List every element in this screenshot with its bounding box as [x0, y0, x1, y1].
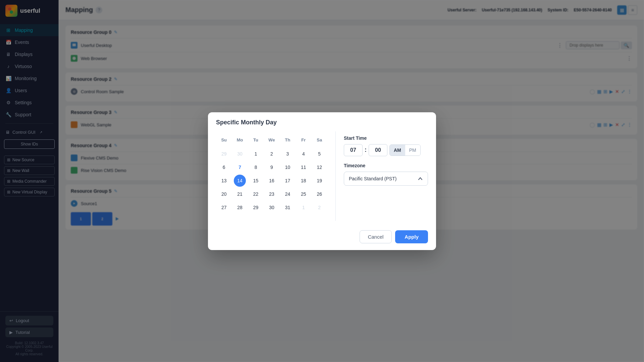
- cal-cell-1-next[interactable]: 1: [298, 201, 310, 214]
- cal-cell-26[interactable]: 26: [313, 188, 325, 200]
- cal-cell-12[interactable]: 12: [313, 161, 325, 173]
- cal-cell-29[interactable]: 29: [250, 201, 262, 214]
- am-button[interactable]: AM: [390, 145, 405, 156]
- cal-cell-18[interactable]: 18: [298, 175, 310, 187]
- modal-footer: Cancel Apply: [208, 226, 436, 250]
- pm-button[interactable]: PM: [405, 145, 420, 156]
- specific-monthly-day-modal: Specific Monthly Day Su Mo Tu We Th Fr S…: [208, 112, 436, 250]
- calendar-week-1: 29 30 1 2 3 4 5: [216, 147, 327, 161]
- cal-header-we: We: [264, 135, 279, 144]
- cal-cell-19[interactable]: 19: [313, 175, 325, 187]
- hour-input[interactable]: [344, 144, 363, 156]
- cal-cell-21[interactable]: 21: [234, 188, 246, 200]
- cal-cell-7[interactable]: 7: [234, 161, 246, 173]
- cal-cell-5[interactable]: 5: [313, 148, 325, 160]
- minute-input[interactable]: [369, 144, 387, 156]
- chevron-up-icon: [418, 176, 423, 181]
- cal-cell-31[interactable]: 31: [281, 201, 293, 214]
- timezone-label: Timezone: [344, 163, 428, 168]
- cal-cell-16[interactable]: 16: [266, 175, 278, 187]
- cal-cell-13[interactable]: 13: [218, 175, 230, 187]
- cal-header-mo: Mo: [232, 135, 248, 144]
- cal-cell-23[interactable]: 23: [266, 188, 278, 200]
- cal-cell-30-prev[interactable]: 30: [234, 148, 246, 160]
- calendar-week-2: 6 7 8 9 10 11 12: [216, 161, 327, 174]
- modal-overlay: Specific Monthly Day Su Mo Tu We Th Fr S…: [0, 0, 644, 362]
- apply-button[interactable]: Apply: [395, 230, 428, 243]
- cal-cell-10[interactable]: 10: [281, 161, 293, 173]
- modal-header: Specific Monthly Day: [208, 112, 436, 126]
- calendar-week-4: 20 21 22 23 24 25 26: [216, 187, 327, 201]
- cal-cell-1[interactable]: 1: [250, 148, 262, 160]
- modal-right-panel: Start Time : AM PM Timezone Pacific Stan…: [335, 131, 436, 221]
- cal-cell-24[interactable]: 24: [281, 188, 293, 200]
- calendar-week-3: 13 14 15 16 17 18 19: [216, 174, 327, 187]
- cal-header-tu: Tu: [248, 135, 264, 144]
- cal-cell-29-prev[interactable]: 29: [218, 148, 230, 160]
- calendar-header-row: Su Mo Tu We Th Fr Sa: [216, 135, 327, 144]
- cal-cell-25[interactable]: 25: [298, 188, 310, 200]
- cal-cell-9[interactable]: 9: [266, 161, 278, 173]
- modal-body: Su Mo Tu We Th Fr Sa 29 30 1 2 3 4 5: [208, 126, 436, 226]
- cal-cell-27[interactable]: 27: [218, 201, 230, 214]
- cancel-button[interactable]: Cancel: [360, 230, 392, 243]
- ampm-group: AM PM: [389, 144, 421, 156]
- cal-header-sa: Sa: [312, 135, 327, 144]
- cal-cell-15[interactable]: 15: [250, 175, 262, 187]
- cal-cell-11[interactable]: 11: [298, 161, 310, 173]
- cal-cell-8[interactable]: 8: [250, 161, 262, 173]
- cal-header-th: Th: [280, 135, 296, 144]
- cal-cell-22[interactable]: 22: [250, 188, 262, 200]
- cal-cell-6[interactable]: 6: [218, 161, 230, 173]
- cal-cell-2-next[interactable]: 2: [313, 201, 325, 214]
- cal-cell-3[interactable]: 3: [281, 148, 293, 160]
- timezone-select[interactable]: Pacific Standard (PST): [344, 172, 428, 186]
- calendar: Su Mo Tu We Th Fr Sa 29 30 1 2 3 4 5: [208, 131, 335, 221]
- calendar-week-5: 27 28 29 30 31 1 2: [216, 201, 327, 214]
- cal-cell-2[interactable]: 2: [266, 148, 278, 160]
- cal-cell-30[interactable]: 30: [266, 201, 278, 214]
- cal-header-su: Su: [216, 135, 232, 144]
- cal-cell-20[interactable]: 20: [218, 188, 230, 200]
- start-time-label: Start Time: [344, 135, 428, 141]
- cal-cell-17[interactable]: 17: [281, 175, 293, 187]
- time-colon: :: [365, 146, 367, 154]
- cal-cell-14[interactable]: 14: [234, 175, 246, 187]
- cal-cell-28[interactable]: 28: [234, 201, 246, 214]
- modal-title: Specific Monthly Day: [216, 119, 428, 126]
- cal-cell-4[interactable]: 4: [298, 148, 310, 160]
- timezone-value: Pacific Standard (PST): [349, 176, 396, 181]
- cal-header-fr: Fr: [296, 135, 311, 144]
- time-row: : AM PM: [344, 144, 428, 156]
